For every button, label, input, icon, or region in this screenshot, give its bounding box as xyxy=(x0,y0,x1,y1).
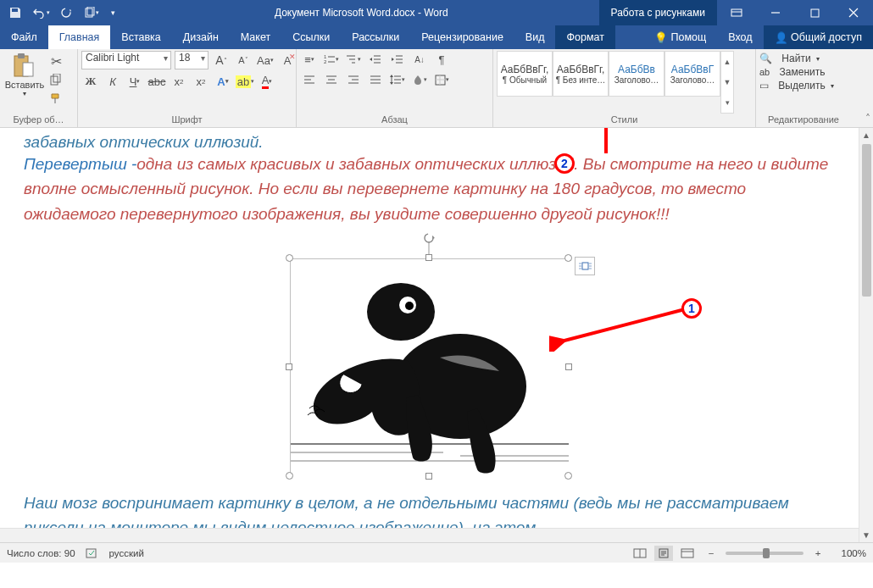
cut-icon[interactable]: ✂ xyxy=(47,53,64,69)
arrow-2 xyxy=(585,128,627,157)
horizontal-scrollbar[interactable] xyxy=(0,528,859,542)
resize-handle[interactable] xyxy=(565,363,572,370)
word-count[interactable]: Число слов: 90 xyxy=(7,548,75,558)
maximize-icon[interactable] xyxy=(795,0,834,25)
grow-font-icon[interactable]: A˄ xyxy=(212,52,231,69)
replace-button[interactable]: ab Заменить xyxy=(759,66,826,78)
close-icon[interactable] xyxy=(834,0,873,25)
subscript-icon[interactable]: x2 xyxy=(170,73,188,90)
resize-handle[interactable] xyxy=(286,472,293,480)
resize-handle[interactable] xyxy=(425,254,432,261)
styles-group-label: Стили xyxy=(497,114,752,127)
text-effects-icon[interactable]: A▾ xyxy=(214,73,232,90)
scroll-thumb[interactable] xyxy=(862,144,871,297)
font-color-icon[interactable]: A▾ xyxy=(258,73,276,90)
selected-picture[interactable] xyxy=(290,258,568,475)
print-layout-icon[interactable] xyxy=(654,546,673,561)
dec-indent-icon[interactable] xyxy=(366,51,385,68)
style-tile[interactable]: АаБбВвЗаголово… xyxy=(609,51,664,97)
tab-view[interactable]: Вид xyxy=(514,25,556,49)
resize-handle[interactable] xyxy=(425,473,432,480)
replace-icon: ab xyxy=(759,67,770,77)
tab-insert[interactable]: Вставка xyxy=(110,25,171,49)
zoom-in-icon[interactable]: + xyxy=(809,546,827,561)
underline-icon[interactable]: Ч▾ xyxy=(125,73,144,90)
numbering-icon[interactable]: 12▾ xyxy=(322,51,341,68)
shrink-font-icon[interactable]: A˅ xyxy=(234,52,253,69)
doc-text-line1: забавных оптических иллюзий. xyxy=(24,133,838,152)
doc-text-para2: Перевертыш -одна из самых красивых и заб… xyxy=(24,152,838,226)
bold-icon[interactable]: Ж xyxy=(81,73,100,90)
qat-button[interactable]: ▾ xyxy=(81,3,102,23)
bulb-icon: 💡 xyxy=(654,31,668,44)
italic-icon[interactable]: К xyxy=(103,73,122,90)
styles-more-button[interactable]: ▲▼▾ xyxy=(720,51,734,114)
paste-button[interactable]: Вставить▾ xyxy=(3,51,46,97)
change-case-icon[interactable]: Aa▾ xyxy=(256,52,275,69)
find-button[interactable]: 🔍 Найти▾ xyxy=(759,53,820,64)
rotate-handle-icon[interactable] xyxy=(421,233,436,255)
ribbon-options-icon[interactable] xyxy=(717,0,756,25)
layout-options-button[interactable] xyxy=(575,257,595,275)
line-spacing-icon[interactable]: ▾ xyxy=(388,71,407,88)
zoom-slider[interactable] xyxy=(726,552,803,555)
undo-icon[interactable]: ▾ xyxy=(31,3,51,23)
copy-icon[interactable] xyxy=(47,71,64,88)
superscript-icon[interactable]: x2 xyxy=(192,73,210,90)
tab-review[interactable]: Рецензирование xyxy=(410,25,514,49)
borders-icon[interactable]: ▾ xyxy=(432,71,451,88)
style-tile[interactable]: АаБбВвГг,¶ Обычный xyxy=(497,51,553,97)
tab-file[interactable]: Файл xyxy=(0,25,48,49)
web-layout-icon[interactable] xyxy=(678,546,697,561)
minimize-icon[interactable] xyxy=(756,0,795,25)
language-button[interactable]: русский xyxy=(109,548,144,558)
scroll-down-icon[interactable]: ▼ xyxy=(859,528,873,542)
resize-handle[interactable] xyxy=(564,254,572,262)
font-size-combo[interactable]: 18 xyxy=(175,51,209,69)
resize-handle[interactable] xyxy=(564,472,572,480)
shading-icon[interactable]: ▾ xyxy=(410,71,429,88)
proofing-icon[interactable] xyxy=(86,547,99,559)
window-title: Документ Microsoft Word.docx - Word xyxy=(124,7,599,19)
save-icon[interactable] xyxy=(5,3,25,23)
align-right-icon[interactable] xyxy=(344,71,363,88)
scroll-up-icon[interactable]: ▲ xyxy=(859,128,873,142)
share-button[interactable]: 👤 Общий доступ xyxy=(764,25,873,49)
collapse-ribbon-icon[interactable]: ˄ xyxy=(865,113,870,125)
align-center-icon[interactable] xyxy=(322,71,341,88)
sort-icon[interactable]: A↓ xyxy=(410,51,429,68)
tell-me[interactable]: 💡 Помощ xyxy=(643,25,717,49)
tab-home[interactable]: Главная xyxy=(48,25,111,49)
highlight-icon[interactable]: ab▾ xyxy=(236,73,254,90)
format-painter-icon[interactable] xyxy=(47,90,64,107)
style-tile[interactable]: АаБбВвГг,¶ Без инте… xyxy=(553,51,609,97)
qat-customize-icon[interactable]: ▾ xyxy=(107,3,119,23)
vertical-scrollbar[interactable]: ▲ ▼ xyxy=(859,128,873,542)
sign-in[interactable]: Вход xyxy=(717,25,763,49)
svg-point-18 xyxy=(405,302,414,310)
bullets-icon[interactable]: ≡▾ xyxy=(300,51,319,68)
zoom-out-icon[interactable]: − xyxy=(702,546,720,561)
redo-icon[interactable] xyxy=(56,3,76,23)
resize-handle[interactable] xyxy=(286,254,293,262)
svg-rect-19 xyxy=(582,263,588,269)
read-mode-icon[interactable] xyxy=(631,546,649,561)
tab-format[interactable]: Формат xyxy=(555,25,614,49)
paste-icon xyxy=(11,53,38,80)
strike-icon[interactable]: abc xyxy=(147,73,166,90)
tab-mailings[interactable]: Рассылки xyxy=(341,25,410,49)
clear-format-icon[interactable]: A✕ xyxy=(278,52,297,69)
tab-references[interactable]: Ссылки xyxy=(281,25,341,49)
select-button[interactable]: ▭ Выделить▾ xyxy=(759,80,834,92)
font-name-combo[interactable]: Calibri Light xyxy=(81,51,171,69)
justify-icon[interactable] xyxy=(366,71,385,88)
style-tile[interactable]: АаБбВвГЗаголово… xyxy=(664,51,720,97)
tab-layout[interactable]: Макет xyxy=(230,25,281,49)
pilcrow-icon[interactable]: ¶ xyxy=(432,51,451,68)
inc-indent-icon[interactable] xyxy=(388,51,407,68)
zoom-level[interactable]: 100% xyxy=(832,548,866,558)
tab-design[interactable]: Дизайн xyxy=(172,25,230,49)
align-left-icon[interactable] xyxy=(300,71,319,88)
multilevel-icon[interactable]: ▾ xyxy=(344,51,363,68)
resize-handle[interactable] xyxy=(286,363,292,370)
